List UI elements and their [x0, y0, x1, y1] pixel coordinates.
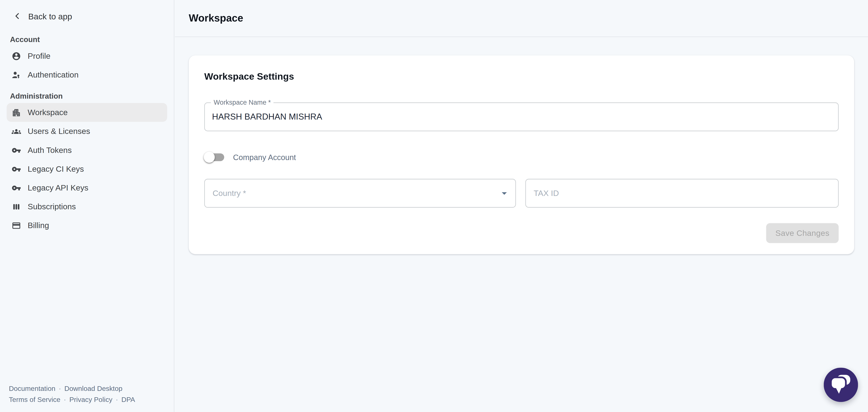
- chat-bubbles-icon: [824, 367, 858, 402]
- back-to-app-button[interactable]: Back to app: [7, 0, 167, 32]
- sidebar-item-billing[interactable]: Billing: [7, 216, 167, 235]
- privacy-policy-link[interactable]: Privacy Policy: [69, 395, 113, 403]
- sidebar: Back to app Account Profile Authenticati…: [0, 0, 175, 412]
- workspace-settings-page: Back to app Account Profile Authenticati…: [0, 0, 868, 412]
- section-header-administration: Administration: [7, 90, 167, 103]
- workspace-name-input[interactable]: [205, 103, 838, 130]
- page-title: Workspace: [189, 12, 243, 24]
- sidebar-item-label: Workspace: [28, 108, 68, 117]
- sidebar-footer: Documentation·Download Desktop Terms of …: [9, 384, 135, 405]
- person-key-icon: [11, 70, 21, 80]
- back-to-app-label: Back to app: [28, 11, 72, 21]
- page-header: Workspace: [175, 0, 868, 37]
- credit-card-icon: [11, 221, 21, 230]
- sidebar-item-label: Subscriptions: [28, 202, 76, 211]
- download-desktop-link[interactable]: Download Desktop: [64, 385, 122, 393]
- bars-icon: [11, 202, 21, 211]
- company-account-label: Company Account: [233, 153, 296, 162]
- footer-separator: ·: [116, 395, 118, 403]
- footer-row-1: Documentation·Download Desktop: [9, 384, 135, 394]
- person-circle-icon: [11, 51, 21, 61]
- footer-row-2: Terms of Service·Privacy Policy·DPA: [9, 394, 135, 405]
- workspace-settings-card: Workspace Settings Workspace Name * Comp…: [189, 55, 854, 254]
- key-icon: [11, 164, 21, 174]
- sidebar-item-legacy-api-keys[interactable]: Legacy API Keys: [7, 178, 167, 197]
- sidebar-item-label: Billing: [28, 221, 49, 230]
- footer-separator: ·: [59, 385, 61, 393]
- card-title: Workspace Settings: [204, 71, 294, 83]
- country-label: Country *: [213, 189, 246, 198]
- sidebar-item-label: Legacy CI Keys: [28, 165, 84, 173]
- sidebar-item-profile[interactable]: Profile: [7, 47, 167, 65]
- sidebar-item-auth-tokens[interactable]: Auth Tokens: [7, 141, 167, 159]
- sidebar-item-users-licenses[interactable]: Users & Licenses: [7, 122, 167, 141]
- dpa-link[interactable]: DPA: [121, 395, 135, 403]
- workspace-name-field: Workspace Name *: [204, 102, 839, 131]
- sidebar-item-label: Authentication: [28, 70, 79, 79]
- section-header-account: Account: [7, 33, 167, 47]
- sidebar-item-label: Users & Licenses: [28, 127, 90, 136]
- country-select[interactable]: Country *: [204, 179, 516, 208]
- terms-of-service-link[interactable]: Terms of Service: [9, 395, 60, 403]
- arrow-drop-down-icon: [498, 187, 510, 199]
- sidebar-item-legacy-ci-keys[interactable]: Legacy CI Keys: [7, 159, 167, 178]
- sidebar-item-label: Legacy API Keys: [28, 183, 88, 192]
- key-icon: [11, 183, 21, 193]
- documentation-link[interactable]: Documentation: [9, 385, 55, 393]
- sidebar-item-label: Profile: [28, 52, 51, 60]
- footer-separator: ·: [64, 395, 66, 403]
- save-changes-button[interactable]: Save Changes: [766, 223, 839, 243]
- sidebar-item-subscriptions[interactable]: Subscriptions: [7, 197, 167, 216]
- company-account-row: Company Account: [204, 151, 296, 164]
- sidebar-item-workspace[interactable]: Workspace: [7, 103, 167, 122]
- company-account-toggle[interactable]: [204, 151, 225, 164]
- toggle-thumb: [204, 152, 215, 163]
- sidebar-item-label: Auth Tokens: [28, 146, 72, 154]
- sidebar-item-authentication[interactable]: Authentication: [7, 65, 167, 84]
- key-icon: [11, 145, 21, 155]
- chevron-left-icon: [12, 11, 22, 21]
- groups-icon: [11, 126, 21, 136]
- tax-id-field: TAX ID: [525, 179, 839, 208]
- tax-id-input[interactable]: [526, 179, 838, 207]
- building-icon: [11, 108, 21, 117]
- chat-fab-button[interactable]: [824, 367, 858, 402]
